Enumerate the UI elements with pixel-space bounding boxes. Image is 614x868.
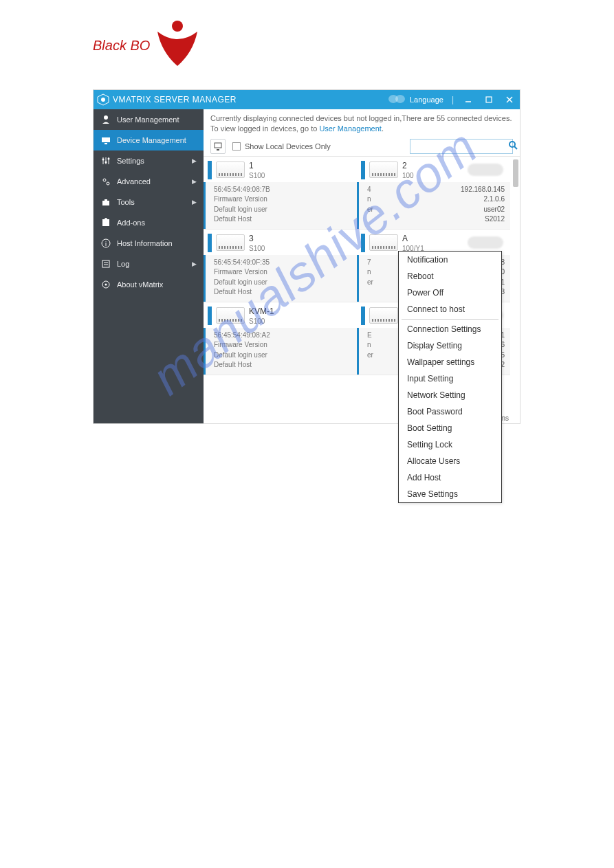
sidebar-item-label: Advanced — [117, 177, 186, 186]
svg-point-0 — [172, 21, 183, 32]
monitor-icon — [213, 142, 223, 151]
device-model: S100 — [249, 245, 265, 252]
context-menu-item-setting-lock[interactable]: Setting Lock — [399, 436, 501, 453]
context-menu-item-input-setting[interactable]: Input Setting — [399, 370, 501, 387]
svg-point-33 — [509, 142, 515, 147]
svg-rect-6 — [486, 97, 492, 102]
chevron-right-icon: ▶ — [192, 199, 197, 205]
svg-rect-26 — [102, 260, 109, 267]
scrollbar-thumb[interactable] — [513, 159, 518, 187]
detail-label: Default Host — [214, 360, 252, 370]
device-thumb-icon — [216, 234, 245, 251]
puzzle-icon — [100, 217, 111, 228]
info-text-b: . — [382, 124, 384, 133]
detail-label: 56:45:54:49:08:A2 — [214, 331, 270, 341]
svg-point-2 — [101, 98, 105, 102]
device-model: S100 — [249, 172, 265, 179]
context-menu-item-wallpaper-settings[interactable]: Wallpaper settings — [399, 354, 501, 370]
maximize-button[interactable] — [479, 90, 499, 109]
toolbar: Show Local Devices Only — [204, 137, 520, 156]
context-menu-item-connection-settings[interactable]: Connection Settings — [399, 321, 501, 337]
context-menu-item-reboot[interactable]: Reboot — [399, 268, 501, 285]
context-menu-item-boot-password[interactable]: Boot Password — [399, 403, 501, 420]
sidebar-item-device-management[interactable]: Device Management — [94, 130, 204, 151]
selection-bar — [361, 234, 365, 252]
chevron-right-icon: ▶ — [192, 157, 197, 164]
context-menu-item-boot-setting[interactable]: Boot Setting — [399, 420, 501, 436]
app-title: VMATRIX SERVER MANAGER — [113, 95, 237, 104]
device-details: 56:45:54:49:08:A2Firmware VersionDefault… — [204, 328, 357, 375]
detail-label: n — [367, 194, 371, 205]
svg-rect-20 — [102, 201, 109, 205]
device-card[interactable]: KVM-1S10056:45:54:49:08:A2Firmware Versi… — [204, 302, 357, 375]
detail-label: er — [367, 350, 373, 361]
sidebar-item-tools[interactable]: Tools▶ — [94, 192, 204, 212]
device-name: 3 — [249, 234, 265, 243]
sidebar-item-log[interactable]: Log▶ — [94, 254, 204, 274]
sidebar-item-host-information[interactable]: iHost Information — [94, 233, 204, 254]
context-menu-item-notification[interactable]: Notification — [399, 252, 501, 268]
detail-label: Firmware Version — [214, 340, 267, 350]
sidebar-item-advanced[interactable]: Advanced▶ — [94, 171, 204, 192]
svg-rect-21 — [105, 199, 107, 201]
device-card[interactable]: 1S10056:45:54:49:08:7BFirmware VersionDe… — [204, 157, 357, 229]
detail-value: user02 — [443, 205, 505, 215]
sidebar-item-settings[interactable]: Settings▶ — [94, 151, 204, 171]
close-button[interactable] — [499, 90, 520, 109]
context-menu: NotificationRebootPower OffConnect to ho… — [398, 251, 502, 503]
brand-text: Black BO — [93, 38, 150, 54]
context-menu-item-save-settings[interactable]: Save Settings — [399, 486, 501, 502]
sidebar-item-label: Device Management — [117, 136, 197, 144]
search-input[interactable] — [413, 142, 508, 151]
svg-rect-10 — [102, 137, 110, 142]
detail-label: 56:45:54:49:08:7B — [214, 185, 270, 195]
svg-text:i: i — [105, 241, 107, 247]
device-model: S100 — [249, 318, 274, 325]
chevron-right-icon: ▶ — [192, 260, 197, 267]
device-name: A — [402, 234, 424, 243]
context-menu-item-display-setting[interactable]: Display Setting — [399, 337, 501, 354]
brand-figure-icon — [152, 19, 203, 71]
detail-label: Default login user — [214, 278, 267, 288]
detail-label: n — [367, 267, 371, 278]
search-box[interactable] — [410, 139, 513, 154]
minimize-button[interactable] — [458, 90, 479, 109]
svg-rect-31 — [215, 143, 221, 148]
svg-point-18 — [103, 179, 106, 181]
sidebar-item-user-management[interactable]: User Management — [94, 109, 204, 130]
svg-rect-11 — [105, 143, 107, 144]
context-menu-item-power-off[interactable]: Power Off — [399, 285, 501, 301]
context-menu-item-allocate-users[interactable]: Allocate Users — [399, 453, 501, 469]
show-local-label: Show Local Devices Only — [245, 142, 331, 151]
context-menu-item-add-host[interactable]: Add Host — [399, 469, 501, 486]
device-thumb-icon — [369, 162, 398, 178]
detail-label: Firmware Version — [214, 267, 267, 278]
detail-value: 2.1.0.6 — [443, 194, 505, 205]
language-button[interactable]: Language — [388, 94, 448, 105]
sidebar: User ManagementDevice ManagementSettings… — [94, 109, 204, 423]
view-mode-button[interactable] — [210, 139, 226, 154]
device-card[interactable]: 21004192.168.0.145n2.1.0.6eruser02S2012 — [357, 157, 510, 229]
sidebar-item-label: About vMatrix — [117, 280, 197, 289]
svg-point-30 — [105, 284, 107, 286]
sidebar-item-add-ons[interactable]: Add-ons — [94, 212, 204, 233]
device-thumb-icon — [216, 307, 245, 324]
svg-point-16 — [105, 162, 107, 164]
chevron-right-icon: ▶ — [192, 178, 197, 185]
context-menu-item-connect-to-host[interactable]: Connect to host — [399, 301, 501, 318]
info-link[interactable]: User Management — [319, 124, 382, 133]
titlebar: VMATRIX SERVER MANAGER Language | — [94, 90, 520, 109]
device-name: 2 — [402, 161, 414, 170]
checkbox-icon — [232, 142, 241, 151]
device-thumb-icon — [369, 234, 398, 251]
sidebar-item-label: User Management — [117, 115, 197, 124]
sidebar-item-about-vmatrix[interactable]: About vMatrix — [94, 274, 204, 295]
sidebar-item-label: Log — [117, 260, 186, 268]
show-local-checkbox[interactable]: Show Local Devices Only — [232, 142, 331, 151]
context-menu-item-network-setting[interactable]: Network Setting — [399, 387, 501, 403]
detail-label: er — [367, 205, 373, 215]
device-card[interactable]: 3S10056:45:54:49:0F:35Firmware VersionDe… — [204, 230, 357, 302]
detail-value: 192.168.0.145 — [443, 185, 505, 195]
brand-logo: Black BO — [93, 19, 203, 71]
device-thumb-icon — [369, 307, 398, 324]
